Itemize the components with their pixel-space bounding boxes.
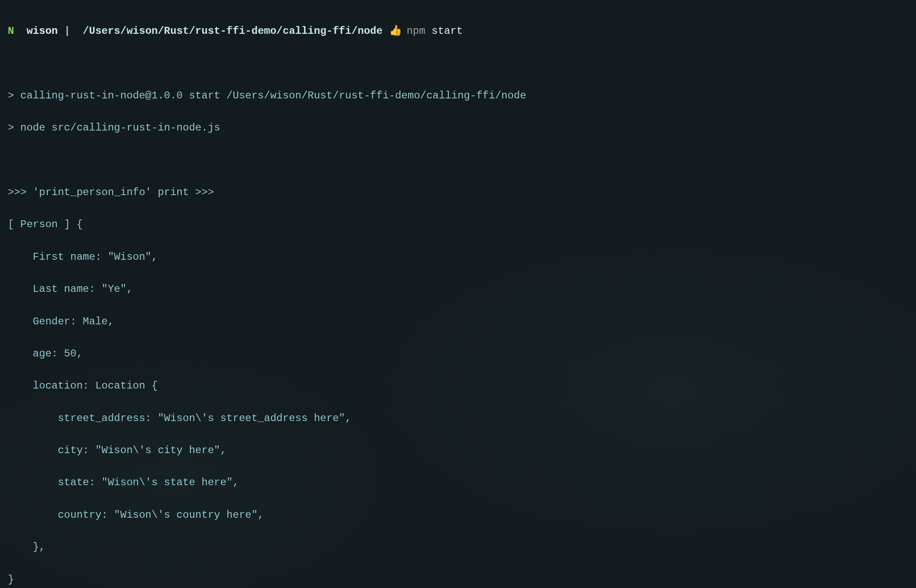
output-line: } bbox=[8, 572, 908, 588]
output-line: location: Location { bbox=[8, 378, 908, 394]
prompt-user: wison bbox=[26, 25, 58, 37]
output-line: country: "Wison\'s country here", bbox=[8, 507, 908, 523]
prompt-cwd: /Users/wison/Rust/rust-ffi-demo/calling-… bbox=[83, 25, 383, 37]
output-line: [ Person ] { bbox=[8, 216, 908, 232]
terminal[interactable]: N wison | /Users/wison/Rust/rust-ffi-dem… bbox=[0, 0, 916, 588]
blank-line bbox=[8, 56, 908, 72]
output-line: Last name: "Ye", bbox=[8, 281, 908, 297]
prompt-separator: | bbox=[64, 25, 70, 37]
prompt-command: npm bbox=[406, 25, 425, 37]
output-line: street_address: "Wison\'s street_address… bbox=[8, 410, 908, 426]
output-line: }, bbox=[8, 539, 908, 555]
prompt-command-arg: start bbox=[432, 25, 463, 37]
output-line: Gender: Male, bbox=[8, 314, 908, 330]
output-line: city: "Wison\'s city here", bbox=[8, 442, 908, 458]
section-header: >>> 'print_person_info' print >>> bbox=[8, 184, 908, 200]
blank-line bbox=[8, 152, 908, 168]
prompt-line: N wison | /Users/wison/Rust/rust-ffi-dem… bbox=[8, 23, 908, 39]
output-line: First name: "Wison", bbox=[8, 249, 908, 265]
thumbs-up-icon: 👍 bbox=[389, 23, 400, 39]
output-line: age: 50, bbox=[8, 346, 908, 362]
npm-runner-line: > calling-rust-in-node@1.0.0 start /User… bbox=[8, 88, 908, 104]
output-line: state: "Wison\'s state here", bbox=[8, 474, 908, 490]
npm-runner-line: > node src/calling-rust-in-node.js bbox=[8, 120, 908, 136]
prompt-mode: N bbox=[8, 25, 14, 37]
